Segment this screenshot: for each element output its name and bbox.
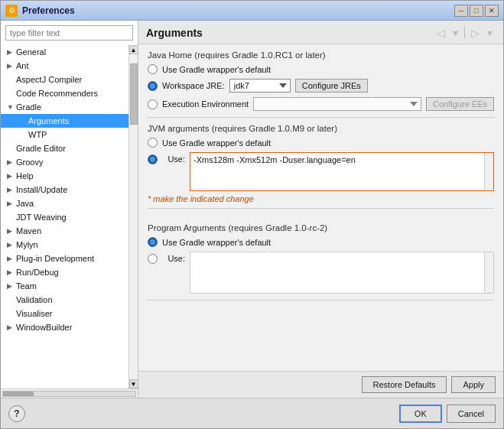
jvm-use-radio[interactable] (148, 154, 158, 164)
sidebar-item-label-window-builder: WindowBuilder (16, 323, 125, 332)
jvm-use-row: Use: (148, 152, 494, 191)
scroll-down-arrow[interactable]: ▼ (129, 379, 138, 388)
sidebar-item-aspectj[interactable]: AspectJ Compiler (1, 73, 128, 86)
sidebar-item-label-plugin-dev: Plug-in Development (16, 254, 125, 263)
tree-wrapper: ▶General▶Ant AspectJ Compiler Code Recom… (1, 45, 138, 388)
panel-header: Arguments ◁ ▾ ▷ ▾ (138, 21, 503, 44)
panel-body: Java Home (requires Gradle 1.0.RC1 or la… (138, 44, 503, 371)
configure-ees-button[interactable]: Configure EEs (426, 97, 494, 111)
exec-env-select[interactable] (253, 97, 421, 111)
sidebar-item-gradle[interactable]: ▼Gradle (1, 100, 128, 114)
restore-defaults-button[interactable]: Restore Defaults (362, 376, 447, 393)
sidebar-item-maven[interactable]: ▶Maven (1, 224, 128, 238)
sidebar-item-team[interactable]: ▶Team (1, 279, 128, 293)
minimize-button[interactable]: ─ (454, 5, 468, 17)
jh-radio1-row: Use Gradle wrapper's default (148, 64, 494, 74)
sidebar-item-arguments[interactable]: Arguments (1, 114, 128, 128)
jvm-use-textarea[interactable] (190, 153, 493, 188)
sidebar-item-label-general: General (16, 47, 125, 57)
sidebar-item-label-gradle-editor: Gradle Editor (16, 144, 125, 153)
sidebar-item-install-update[interactable]: ▶Install/Update (1, 183, 128, 197)
scroll-thumb[interactable] (130, 63, 138, 125)
sidebar-item-ant[interactable]: ▶Ant (1, 59, 128, 73)
jvm-vscroll[interactable] (484, 153, 493, 190)
forward-dropdown-button[interactable]: ▾ (484, 25, 496, 41)
sidebar-item-label-ant: Ant (16, 61, 125, 70)
scroll-up-arrow[interactable]: ▲ (129, 45, 138, 54)
sidebar-item-mylyn[interactable]: ▶Mylyn (1, 238, 128, 252)
tree-arrow-ant: ▶ (7, 62, 16, 70)
tree-arrow-groovy: ▶ (7, 158, 16, 166)
sidebar-item-label-help: Help (16, 171, 125, 180)
back-dropdown-button[interactable]: ▾ (450, 25, 461, 41)
sidebar-item-label-team: Team (16, 281, 125, 291)
prog-use-default-radio[interactable] (148, 237, 158, 247)
window-title: Preferences (22, 5, 454, 16)
sidebar-item-validation[interactable]: Validation (1, 293, 128, 307)
jh-exec-env-radio[interactable] (148, 99, 158, 109)
sidebar-item-plugin-dev[interactable]: ▶Plug-in Development (1, 252, 128, 265)
sidebar-item-wtp[interactable]: WTP (1, 128, 128, 141)
help-button[interactable]: ? (8, 405, 25, 422)
sidebar-item-label-jdt-weaving: JDT Weaving (16, 213, 125, 222)
jvm-hscroll[interactable] (148, 208, 494, 217)
sidebar: ▶General▶Ant AspectJ Compiler Code Recom… (1, 21, 138, 398)
prog-use-textarea[interactable] (190, 252, 493, 291)
sidebar-item-run-debug[interactable]: ▶Run/Debug (1, 265, 128, 279)
h-scroll-thumb[interactable] (3, 392, 34, 396)
maximize-button[interactable]: □ (470, 5, 483, 17)
sidebar-item-label-aspectj: AspectJ Compiler (16, 75, 125, 84)
panel-footer: Restore Defaults Apply (138, 371, 503, 398)
sidebar-item-code[interactable]: Code Recommenders (1, 86, 128, 100)
tree-arrow-install-update: ▶ (7, 186, 16, 193)
h-scrollbar[interactable] (2, 391, 136, 397)
jvm-hint-text: * make the indicated change (148, 194, 494, 203)
jh-use-default-radio[interactable] (148, 64, 158, 74)
sidebar-item-gradle-editor[interactable]: Gradle Editor (1, 141, 128, 155)
apply-button[interactable]: Apply (451, 376, 496, 393)
jvm-use-default-label[interactable]: Use Gradle wrapper's default (162, 138, 271, 148)
prog-use-radio[interactable] (148, 254, 158, 264)
divider-1 (148, 117, 494, 118)
prog-hscroll[interactable] (148, 300, 494, 309)
jh-radio3-row: Execution Environment Configure EEs (148, 97, 494, 111)
window-controls: ─ □ ✕ (454, 5, 499, 17)
sidebar-item-visualiser[interactable]: Visualiser (1, 307, 128, 320)
jvm-use-default-radio[interactable] (148, 138, 158, 148)
back-button[interactable]: ◁ (434, 25, 448, 41)
window-icon: ⚙ (5, 5, 18, 17)
prog-use-default-label[interactable]: Use Gradle wrapper's default (162, 238, 271, 247)
jh-exec-env-label[interactable]: Execution Environment (162, 99, 249, 109)
sidebar-item-java[interactable]: ▶Java (1, 197, 128, 210)
jre-select[interactable]: jdk7 jdk8 jdk11 (229, 79, 291, 93)
prog-vscroll[interactable] (484, 252, 493, 293)
ok-button[interactable]: OK (399, 405, 442, 423)
jh-use-default-label[interactable]: Use Gradle wrapper's default (162, 65, 271, 74)
sidebar-item-help[interactable]: ▶Help (1, 169, 128, 183)
right-panel: Arguments ◁ ▾ ▷ ▾ Java Home (requires Gr… (138, 21, 503, 398)
prog-args-section-title: Program Arguments (requires Gradle 1.0-r… (148, 223, 494, 232)
v-scrollbar[interactable]: ▲ ▼ (128, 45, 138, 388)
jh-workspace-jre-label[interactable]: Workspace JRE: (162, 81, 225, 90)
nav-buttons: ◁ ▾ ▷ ▾ (434, 25, 496, 41)
sidebar-item-label-mylyn: Mylyn (16, 240, 125, 249)
sidebar-item-label-run-debug: Run/Debug (16, 268, 125, 277)
panel-title: Arguments (146, 27, 434, 39)
close-button[interactable]: ✕ (485, 5, 499, 17)
sidebar-item-window-builder[interactable]: ▶WindowBuilder (1, 320, 128, 334)
filter-input[interactable] (5, 25, 133, 41)
sidebar-item-general[interactable]: ▶General (1, 45, 128, 59)
sidebar-item-label-install-update: Install/Update (16, 185, 125, 194)
sidebar-item-jdt-weaving[interactable]: JDT Weaving (1, 210, 128, 224)
sidebar-item-groovy[interactable]: ▶Groovy (1, 155, 128, 169)
cancel-button[interactable]: Cancel (447, 405, 496, 423)
sidebar-item-label-arguments: Arguments (28, 116, 125, 125)
forward-button[interactable]: ▷ (468, 25, 483, 41)
jvm-section-title: JVM arguments (requires Gradle 1.0.M9 or… (148, 124, 494, 133)
jvm-textarea-wrapper (190, 152, 494, 191)
configure-jres-button[interactable]: Configure JREs (295, 79, 368, 93)
jvm-radio1-row: Use Gradle wrapper's default (148, 138, 494, 148)
sidebar-item-label-wtp: WTP (28, 130, 125, 139)
jh-workspace-jre-radio[interactable] (148, 81, 158, 91)
prog-textarea-wrapper (190, 252, 494, 294)
